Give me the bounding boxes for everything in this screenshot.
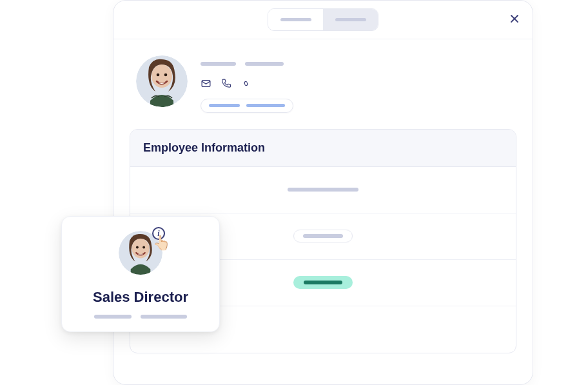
skeleton-line: [201, 62, 236, 66]
svg-point-4: [164, 74, 168, 77]
name-placeholder: [201, 57, 293, 68]
contact-icons: [201, 78, 293, 89]
panel-header: [113, 1, 533, 39]
status-pill[interactable]: [293, 276, 353, 289]
avatar: [136, 55, 188, 107]
phone-icon[interactable]: [220, 78, 231, 89]
tab-primary[interactable]: [268, 9, 323, 30]
skeleton-line: [303, 234, 343, 238]
value-pill[interactable]: [293, 230, 353, 242]
card-meta: [76, 315, 205, 319]
svg-point-9: [136, 246, 139, 249]
skeleton-line: [141, 315, 187, 319]
skeleton-line: [245, 62, 284, 66]
section-title: Employee Information: [143, 141, 503, 155]
link-icon[interactable]: [240, 78, 251, 89]
employee-card: i 👆🏻 Sales Director: [61, 216, 220, 332]
close-icon[interactable]: [509, 14, 520, 26]
info-icon[interactable]: i: [152, 227, 165, 240]
profile-meta: [201, 55, 293, 113]
card-avatar-wrap: i 👆🏻: [76, 231, 205, 275]
tab-secondary[interactable]: [323, 9, 378, 30]
card-title: Sales Director: [76, 289, 205, 306]
email-icon[interactable]: [201, 78, 211, 89]
skeleton-line: [246, 104, 285, 107]
skeleton-line: [209, 104, 240, 107]
skeleton-line: [335, 18, 366, 21]
profile-header: [113, 39, 533, 129]
svg-point-3: [157, 74, 160, 77]
svg-point-10: [142, 246, 145, 249]
section-header: Employee Information: [130, 130, 516, 167]
view-tabs: [268, 8, 378, 31]
tags-pill[interactable]: [201, 99, 293, 113]
skeleton-line: [288, 188, 358, 192]
skeleton-line: [304, 281, 342, 284]
skeleton-line: [94, 315, 132, 319]
info-row: [130, 167, 516, 213]
skeleton-line: [280, 18, 311, 21]
